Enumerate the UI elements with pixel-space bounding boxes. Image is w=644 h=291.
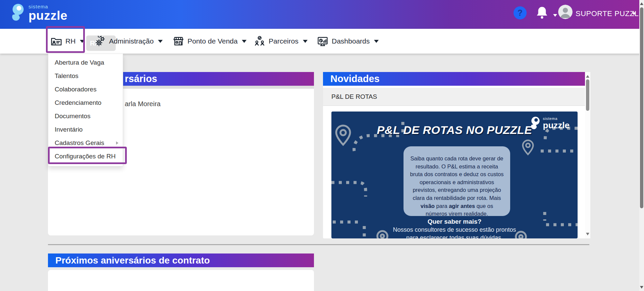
promo-text-bold-1: visão: [421, 203, 435, 209]
promo-text-1: Saiba quanto cada rota deve gerar de res…: [410, 155, 504, 201]
brand-sistema: sistema: [29, 4, 67, 9]
submenu-arrow-icon: [116, 141, 118, 145]
user-menu-caret-icon: [632, 12, 636, 15]
menu-item-label: Credenciamento: [55, 99, 101, 106]
puzzle-logo-icon: [8, 2, 26, 22]
menu-item-label: Cadastros Gerais: [55, 139, 104, 146]
nav-caret-parceiros-icon: [303, 40, 308, 43]
menu-item-talentos[interactable]: Talentos: [48, 69, 123, 83]
rh-dropdown-menu: Abertura de Vaga Talentos Colaboradores …: [48, 54, 123, 166]
page-scroll-up-arrow-icon[interactable]: [640, 2, 643, 5]
nav-label-dashboards: Dashboards: [332, 37, 370, 45]
puzzle-logo-text: sistema puzzle: [29, 4, 67, 22]
store-icon: [172, 35, 184, 47]
nav-label-parceiros: Parceiros: [269, 37, 299, 45]
nav-caret-dashboards-icon: [374, 40, 379, 43]
menu-item-abertura-de-vaga[interactable]: Abertura de Vaga: [48, 56, 123, 69]
menu-item-label: Documentos: [55, 113, 91, 120]
menu-item-label: Colaboradores: [55, 86, 97, 93]
nav-item-administracao[interactable]: Administração: [94, 32, 163, 50]
card-contratos-title: Próximos aniversários de contrato: [55, 255, 210, 266]
news-section-pl-de-rotas[interactable]: P&L DE ROTAS: [323, 88, 585, 106]
nav-item-ponto-de-venda[interactable]: Ponto de Venda: [172, 32, 247, 50]
menu-item-colaboradores[interactable]: Colaboradores: [48, 83, 123, 96]
help-button[interactable]: ?: [514, 6, 527, 19]
bell-icon: [535, 5, 549, 20]
nav-caret-rh-icon: [80, 40, 85, 43]
gears-icon: [94, 35, 106, 47]
promo-text-2: para: [435, 203, 449, 209]
card-contratos-body: [48, 270, 314, 291]
user-avatar[interactable]: [558, 5, 573, 19]
nav-label-ponto-de-venda: Ponto de Venda: [187, 37, 237, 45]
promo-cta-title: Quer saber mais?: [331, 218, 578, 225]
menu-item-label: Configurações de RH: [55, 153, 116, 160]
birthday-entry-partial: arla Moreira: [125, 100, 161, 108]
promo-text-bold-2: agir antes: [449, 203, 475, 209]
promo-brand-puzzle: puzzle: [543, 121, 570, 130]
menu-item-credenciamento[interactable]: Credenciamento: [48, 96, 123, 110]
promo-puzzle-logo: sistema puzzle: [528, 116, 570, 131]
question-mark-icon: ?: [518, 8, 523, 18]
rh-folder-icon: [50, 35, 62, 47]
nav-label-rh: RH: [65, 37, 75, 45]
promo-paragraph: Saiba quanto cada rota deve gerar de res…: [404, 146, 510, 216]
notifications-caret-icon: [553, 14, 557, 17]
menu-item-label: Inventário: [55, 126, 83, 133]
page-scrollbar[interactable]: [639, 0, 644, 291]
notifications-button[interactable]: [535, 5, 549, 20]
puzzle-logo[interactable]: sistema puzzle: [8, 2, 67, 22]
brand-puzzle: puzzle: [29, 9, 67, 22]
menu-item-configuracoes-de-rh[interactable]: Configurações de RH: [48, 150, 123, 163]
top-bar: sistema puzzle ? SUPORTE PUZZLE: [0, 0, 644, 29]
nav-caret-administracao-icon: [158, 40, 163, 43]
page-scroll-down-arrow-icon[interactable]: [640, 286, 643, 289]
scroll-up-arrow-icon[interactable]: [586, 75, 589, 78]
page-scrollbar-thumb[interactable]: [640, 7, 643, 208]
novidades-scrollbar-thumb[interactable]: [586, 79, 589, 111]
app-window: sistema puzzle ? SUPORTE PUZZLE: [0, 0, 644, 291]
card-novidades-title: Novidades: [330, 73, 380, 84]
card-contratos-header: Próximos aniversários de contrato: [48, 253, 314, 267]
promo-puzzle-logo-text: sistema puzzle: [543, 117, 570, 130]
menu-item-label: Talentos: [55, 72, 78, 79]
news-section-label: P&L DE ROTAS: [331, 88, 377, 106]
menu-item-documentos[interactable]: Documentos: [48, 110, 123, 123]
nav-caret-ponto-de-venda-icon: [242, 40, 247, 43]
card-aniversarios-title-partial: rsários: [125, 73, 157, 84]
avatar-person-icon: [558, 5, 573, 19]
menu-item-inventario[interactable]: Inventário: [48, 123, 123, 136]
scroll-down-arrow-icon[interactable]: [586, 233, 589, 235]
section-divider: [48, 244, 589, 245]
card-novidades: Novidades P&L DE ROTAS: [323, 72, 590, 238]
dashboard-icon: [317, 35, 329, 47]
nav-item-dashboards[interactable]: Dashboards: [317, 32, 379, 50]
promo-banner-pl-rotas: P&L DE ROTAS NO PUZZLE sistema puzzle Sa…: [331, 112, 578, 238]
novidades-scrollbar[interactable]: [585, 72, 590, 238]
promo-cta-line-2: para esclarecer todas suas dúvidas.: [331, 234, 578, 238]
card-novidades-header: Novidades: [323, 72, 585, 86]
nav-item-parceiros[interactable]: Parceiros: [254, 32, 308, 50]
menu-item-label: Abertura de Vaga: [55, 59, 104, 66]
nav-label-administracao: Administração: [109, 37, 154, 45]
menu-item-cadastros-gerais[interactable]: Cadastros Gerais: [48, 136, 123, 150]
nav-item-rh[interactable]: RH: [50, 32, 85, 50]
partners-icon: [254, 35, 266, 47]
main-nav-bar: RH RH Administração: [0, 29, 644, 54]
promo-puzzle-logo-icon: [528, 116, 542, 131]
promo-cta-line-1: Nossos consultores de sucesso estão pron…: [331, 226, 578, 233]
